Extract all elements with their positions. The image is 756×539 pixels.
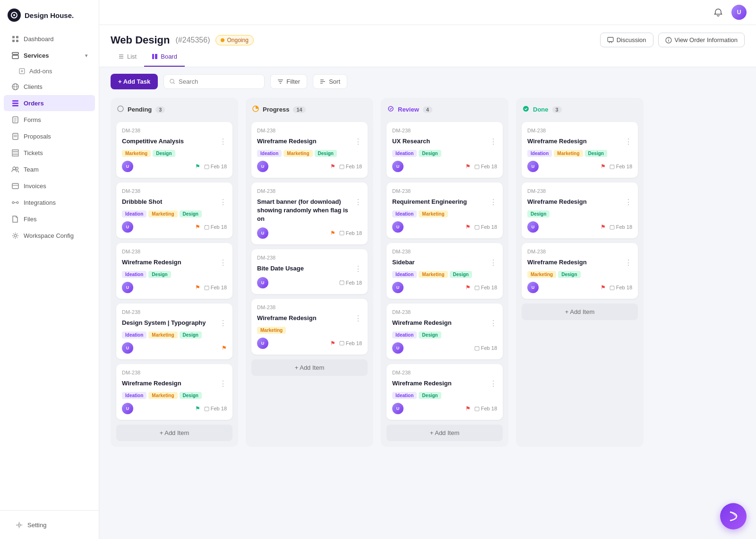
card-more-button[interactable]: ⋮	[219, 198, 227, 207]
card-tag: Marketing	[554, 150, 583, 157]
task-card[interactable]: DM-238 Wireframe Redesign ⋮ IdeationDesi…	[387, 304, 503, 359]
sidebar-item-setting[interactable]: Setting	[8, 517, 91, 533]
card-more-button[interactable]: ⋮	[625, 198, 632, 207]
task-card[interactable]: DM-238 Requirement Engineering ⋮ Ideatio…	[387, 183, 503, 238]
view-order-button[interactable]: View Order Information	[658, 33, 745, 47]
card-more-button[interactable]: ⋮	[219, 319, 227, 328]
task-card[interactable]: DM-238 Design System | Typography ⋮ Idea…	[116, 304, 232, 359]
card-title-row: Wireframe Redesign ⋮	[122, 258, 227, 267]
sidebar-item-invoices[interactable]: Invoices	[4, 178, 95, 194]
sidebar-item-workspace-config[interactable]: Workspace Config	[4, 227, 95, 243]
card-tag: Design	[153, 150, 175, 157]
task-card[interactable]: DM-238 Wireframe Redesign ⋮ IdeationMark…	[251, 122, 368, 178]
card-more-button[interactable]: ⋮	[354, 314, 362, 323]
add-item-button-pending[interactable]: + Add Item	[116, 425, 232, 441]
card-title-row: Bite Date Usage ⋮	[257, 264, 362, 273]
filter-label: Filter	[286, 78, 300, 85]
card-footer: U ⚑ Feb 18	[122, 403, 227, 414]
sidebar-item-dashboard[interactable]: Dashboard	[4, 31, 95, 47]
column-title-done: Done	[533, 106, 549, 113]
task-card[interactable]: DM-238 Bite Date Usage ⋮ U Feb 18	[251, 249, 368, 294]
add-item-button-progress[interactable]: + Add Item	[251, 359, 368, 376]
card-title-row: Design System | Typography ⋮	[122, 319, 227, 328]
task-card[interactable]: DM-238 Wireframe Redesign ⋮ Design U ⚑ F…	[522, 183, 638, 238]
app-logo[interactable]: Design House.	[0, 0, 99, 30]
card-meta: ⚑ Feb 18	[195, 163, 227, 170]
task-card[interactable]: DM-238 Wireframe Redesign ⋮ IdeationDesi…	[116, 243, 232, 299]
sidebar-item-integrations[interactable]: Integrations	[4, 194, 95, 210]
discussion-button[interactable]: Discussion	[600, 33, 653, 47]
filter-button[interactable]: Filter	[270, 74, 307, 89]
card-footer: U ⚑ Feb 18	[392, 282, 497, 293]
card-more-button[interactable]: ⋮	[490, 319, 497, 328]
card-title: Wireframe Redesign	[527, 137, 587, 146]
card-more-button[interactable]: ⋮	[490, 137, 497, 146]
task-card[interactable]: DM-238 Wireframe Redesign ⋮ Marketing U …	[251, 299, 368, 355]
card-more-button[interactable]: ⋮	[490, 258, 497, 267]
sidebar-item-proposals[interactable]: Proposals	[4, 128, 95, 144]
card-tag: Ideation	[392, 331, 417, 339]
svg-rect-95	[610, 226, 614, 229]
dashboard-label: Dashboard	[24, 35, 54, 43]
add-item-button-done[interactable]: + Add Item	[522, 304, 638, 320]
sort-button[interactable]: Sort	[313, 74, 347, 89]
card-more-button[interactable]: ⋮	[219, 379, 227, 388]
card-footer: U ⚑ Feb 18	[527, 282, 632, 293]
card-more-button[interactable]: ⋮	[354, 198, 362, 207]
card-more-button[interactable]: ⋮	[219, 137, 227, 146]
card-more-button[interactable]: ⋮	[354, 264, 362, 273]
sidebar-item-team[interactable]: Team	[4, 161, 95, 177]
sidebar-item-tickets[interactable]: Tickets	[4, 145, 95, 161]
card-tags: MarketingDesign	[122, 150, 227, 157]
tab-board[interactable]: Board	[144, 47, 185, 67]
card-meta: ⚑ Feb 18	[195, 405, 227, 412]
task-card[interactable]: DM-238 Dribbble Shot ⋮ IdeationMarketing…	[116, 183, 232, 238]
sidebar-item-forms[interactable]: Forms	[4, 112, 95, 128]
card-more-button[interactable]: ⋮	[490, 379, 497, 388]
card-meta: ⚑	[222, 345, 227, 351]
sort-label: Sort	[329, 78, 340, 85]
sidebar-item-orders[interactable]: Orders	[4, 95, 95, 111]
tab-list[interactable]: List	[111, 47, 144, 67]
card-avatar: U	[257, 277, 268, 288]
column-count-done: 3	[552, 106, 562, 113]
card-tag: Ideation	[392, 271, 417, 278]
card-more-button[interactable]: ⋮	[625, 137, 632, 146]
board-content: Pending 3 DM-238 Competitive Analysis ⋮ …	[99, 96, 756, 539]
card-id: DM-238	[392, 128, 497, 133]
invoices-icon	[11, 182, 19, 190]
sidebar-item-addons[interactable]: Add-ons	[12, 64, 99, 78]
task-card[interactable]: DM-238 Competitive Analysis ⋮ MarketingD…	[116, 122, 232, 178]
card-more-button[interactable]: ⋮	[490, 198, 497, 207]
page-title: Web Design	[111, 34, 170, 46]
card-more-button[interactable]: ⋮	[219, 258, 227, 267]
flag-icon: ⚑	[465, 163, 471, 170]
card-title-row: Requirement Engineering ⋮	[392, 198, 497, 207]
task-card[interactable]: DM-238 Wireframe Redesign ⋮ IdeationMark…	[116, 364, 232, 420]
task-card[interactable]: DM-238 Wireframe Redesign ⋮ IdeationMark…	[522, 122, 638, 178]
flag-icon: ⚑	[195, 284, 200, 291]
task-card[interactable]: DM-238 Wireframe Redesign ⋮ IdeationDesi…	[387, 364, 503, 420]
column-title-progress: Progress	[263, 106, 289, 113]
task-card[interactable]: DM-238 Wireframe Redesign ⋮ MarketingDes…	[522, 243, 638, 299]
sidebar-item-clients[interactable]: Clients	[4, 78, 95, 95]
card-title: Dribbble Shot	[122, 198, 162, 206]
sidebar-item-services[interactable]: Services ▾	[4, 47, 95, 63]
task-card[interactable]: DM-238 Sidebar ⋮ IdeationMarketingDesign…	[387, 243, 503, 299]
task-card[interactable]: DM-238 Smart banner (for download) showi…	[251, 183, 368, 244]
sidebar-bottom: Setting	[0, 510, 99, 539]
search-input[interactable]	[179, 78, 258, 85]
card-more-button[interactable]: ⋮	[625, 258, 632, 267]
user-avatar[interactable]: U	[731, 5, 747, 20]
task-card[interactable]: DM-238 UX Research ⋮ IdeationDesign U ⚑ …	[387, 122, 503, 178]
card-avatar: U	[257, 227, 268, 239]
add-item-button-review[interactable]: + Add Item	[387, 425, 503, 441]
svg-rect-54	[205, 226, 209, 229]
header-actions: Discussion View Order Information	[600, 33, 745, 47]
column-count-pending: 3	[155, 106, 165, 113]
notification-bell[interactable]	[711, 5, 726, 20]
search-box[interactable]	[163, 74, 265, 89]
sidebar-item-files[interactable]: Files	[4, 211, 95, 227]
card-more-button[interactable]: ⋮	[354, 137, 362, 146]
add-task-button[interactable]: + Add Task	[111, 74, 158, 89]
